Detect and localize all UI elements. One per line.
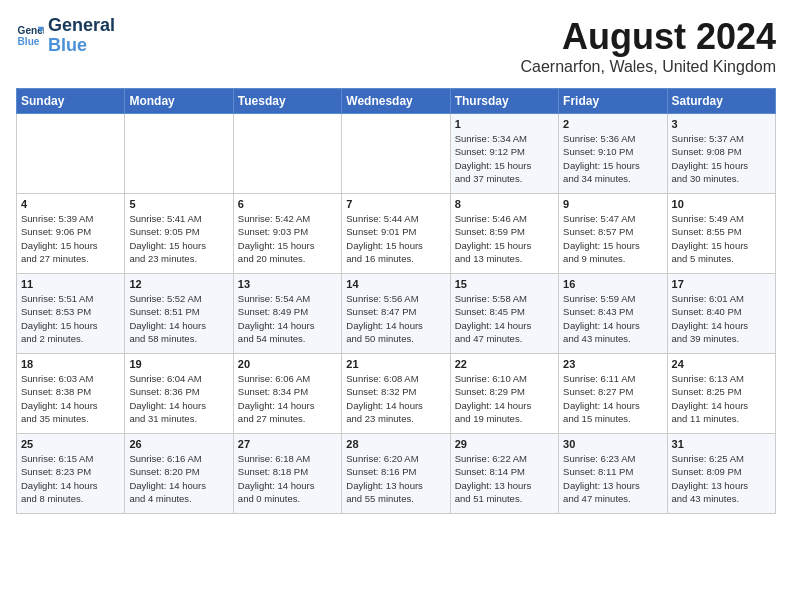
calendar-table: SundayMondayTuesdayWednesdayThursdayFrid… — [16, 88, 776, 514]
day-number: 20 — [238, 358, 337, 370]
day-info: Sunrise: 6:16 AM Sunset: 8:20 PM Dayligh… — [129, 452, 228, 505]
day-number: 15 — [455, 278, 554, 290]
day-of-week-header: Friday — [559, 89, 667, 114]
calendar-cell: 22Sunrise: 6:10 AM Sunset: 8:29 PM Dayli… — [450, 354, 558, 434]
day-info: Sunrise: 5:36 AM Sunset: 9:10 PM Dayligh… — [563, 132, 662, 185]
day-info: Sunrise: 6:06 AM Sunset: 8:34 PM Dayligh… — [238, 372, 337, 425]
calendar-cell: 21Sunrise: 6:08 AM Sunset: 8:32 PM Dayli… — [342, 354, 450, 434]
calendar-cell: 15Sunrise: 5:58 AM Sunset: 8:45 PM Dayli… — [450, 274, 558, 354]
day-info: Sunrise: 5:46 AM Sunset: 8:59 PM Dayligh… — [455, 212, 554, 265]
day-info: Sunrise: 5:49 AM Sunset: 8:55 PM Dayligh… — [672, 212, 771, 265]
calendar-week-row: 4Sunrise: 5:39 AM Sunset: 9:06 PM Daylig… — [17, 194, 776, 274]
page-header: General Blue General Blue August 2024 Ca… — [16, 16, 776, 76]
day-info: Sunrise: 5:44 AM Sunset: 9:01 PM Dayligh… — [346, 212, 445, 265]
main-title: August 2024 — [520, 16, 776, 58]
day-info: Sunrise: 6:18 AM Sunset: 8:18 PM Dayligh… — [238, 452, 337, 505]
day-number: 18 — [21, 358, 120, 370]
day-number: 11 — [21, 278, 120, 290]
day-number: 31 — [672, 438, 771, 450]
day-number: 7 — [346, 198, 445, 210]
day-info: Sunrise: 5:56 AM Sunset: 8:47 PM Dayligh… — [346, 292, 445, 345]
day-info: Sunrise: 6:01 AM Sunset: 8:40 PM Dayligh… — [672, 292, 771, 345]
logo-text-general: General — [48, 16, 115, 36]
calendar-cell: 29Sunrise: 6:22 AM Sunset: 8:14 PM Dayli… — [450, 434, 558, 514]
day-number: 25 — [21, 438, 120, 450]
day-info: Sunrise: 6:13 AM Sunset: 8:25 PM Dayligh… — [672, 372, 771, 425]
day-number: 27 — [238, 438, 337, 450]
day-of-week-header: Monday — [125, 89, 233, 114]
day-info: Sunrise: 5:41 AM Sunset: 9:05 PM Dayligh… — [129, 212, 228, 265]
day-number: 21 — [346, 358, 445, 370]
day-info: Sunrise: 6:23 AM Sunset: 8:11 PM Dayligh… — [563, 452, 662, 505]
day-number: 19 — [129, 358, 228, 370]
calendar-header: SundayMondayTuesdayWednesdayThursdayFrid… — [17, 89, 776, 114]
calendar-cell: 16Sunrise: 5:59 AM Sunset: 8:43 PM Dayli… — [559, 274, 667, 354]
calendar-cell: 28Sunrise: 6:20 AM Sunset: 8:16 PM Dayli… — [342, 434, 450, 514]
day-info: Sunrise: 5:52 AM Sunset: 8:51 PM Dayligh… — [129, 292, 228, 345]
day-number: 4 — [21, 198, 120, 210]
calendar-cell: 3Sunrise: 5:37 AM Sunset: 9:08 PM Daylig… — [667, 114, 775, 194]
day-info: Sunrise: 6:20 AM Sunset: 8:16 PM Dayligh… — [346, 452, 445, 505]
day-number: 9 — [563, 198, 662, 210]
day-info: Sunrise: 5:51 AM Sunset: 8:53 PM Dayligh… — [21, 292, 120, 345]
day-info: Sunrise: 5:58 AM Sunset: 8:45 PM Dayligh… — [455, 292, 554, 345]
day-of-week-header: Wednesday — [342, 89, 450, 114]
day-number: 2 — [563, 118, 662, 130]
day-info: Sunrise: 5:34 AM Sunset: 9:12 PM Dayligh… — [455, 132, 554, 185]
header-row: SundayMondayTuesdayWednesdayThursdayFrid… — [17, 89, 776, 114]
day-number: 14 — [346, 278, 445, 290]
day-number: 3 — [672, 118, 771, 130]
day-number: 28 — [346, 438, 445, 450]
calendar-cell: 19Sunrise: 6:04 AM Sunset: 8:36 PM Dayli… — [125, 354, 233, 434]
calendar-cell: 13Sunrise: 5:54 AM Sunset: 8:49 PM Dayli… — [233, 274, 341, 354]
logo: General Blue General Blue — [16, 16, 115, 56]
calendar-cell: 24Sunrise: 6:13 AM Sunset: 8:25 PM Dayli… — [667, 354, 775, 434]
day-number: 23 — [563, 358, 662, 370]
day-number: 17 — [672, 278, 771, 290]
day-info: Sunrise: 5:59 AM Sunset: 8:43 PM Dayligh… — [563, 292, 662, 345]
calendar-cell: 10Sunrise: 5:49 AM Sunset: 8:55 PM Dayli… — [667, 194, 775, 274]
day-number: 1 — [455, 118, 554, 130]
day-of-week-header: Saturday — [667, 89, 775, 114]
calendar-cell — [233, 114, 341, 194]
calendar-cell: 23Sunrise: 6:11 AM Sunset: 8:27 PM Dayli… — [559, 354, 667, 434]
calendar-cell — [125, 114, 233, 194]
day-number: 5 — [129, 198, 228, 210]
calendar-cell: 9Sunrise: 5:47 AM Sunset: 8:57 PM Daylig… — [559, 194, 667, 274]
day-number: 10 — [672, 198, 771, 210]
day-info: Sunrise: 5:54 AM Sunset: 8:49 PM Dayligh… — [238, 292, 337, 345]
calendar-cell: 6Sunrise: 5:42 AM Sunset: 9:03 PM Daylig… — [233, 194, 341, 274]
day-info: Sunrise: 5:47 AM Sunset: 8:57 PM Dayligh… — [563, 212, 662, 265]
calendar-cell: 25Sunrise: 6:15 AM Sunset: 8:23 PM Dayli… — [17, 434, 125, 514]
calendar-cell: 5Sunrise: 5:41 AM Sunset: 9:05 PM Daylig… — [125, 194, 233, 274]
title-block: August 2024 Caernarfon, Wales, United Ki… — [520, 16, 776, 76]
calendar-cell: 14Sunrise: 5:56 AM Sunset: 8:47 PM Dayli… — [342, 274, 450, 354]
day-info: Sunrise: 5:42 AM Sunset: 9:03 PM Dayligh… — [238, 212, 337, 265]
day-of-week-header: Sunday — [17, 89, 125, 114]
day-of-week-header: Tuesday — [233, 89, 341, 114]
svg-text:Blue: Blue — [18, 35, 40, 46]
calendar-cell: 8Sunrise: 5:46 AM Sunset: 8:59 PM Daylig… — [450, 194, 558, 274]
calendar-week-row: 18Sunrise: 6:03 AM Sunset: 8:38 PM Dayli… — [17, 354, 776, 434]
calendar-cell: 12Sunrise: 5:52 AM Sunset: 8:51 PM Dayli… — [125, 274, 233, 354]
calendar-cell: 1Sunrise: 5:34 AM Sunset: 9:12 PM Daylig… — [450, 114, 558, 194]
calendar-cell: 20Sunrise: 6:06 AM Sunset: 8:34 PM Dayli… — [233, 354, 341, 434]
calendar-cell: 11Sunrise: 5:51 AM Sunset: 8:53 PM Dayli… — [17, 274, 125, 354]
day-number: 22 — [455, 358, 554, 370]
calendar-cell: 31Sunrise: 6:25 AM Sunset: 8:09 PM Dayli… — [667, 434, 775, 514]
calendar-cell: 7Sunrise: 5:44 AM Sunset: 9:01 PM Daylig… — [342, 194, 450, 274]
day-info: Sunrise: 6:25 AM Sunset: 8:09 PM Dayligh… — [672, 452, 771, 505]
calendar-cell: 18Sunrise: 6:03 AM Sunset: 8:38 PM Dayli… — [17, 354, 125, 434]
calendar-cell: 2Sunrise: 5:36 AM Sunset: 9:10 PM Daylig… — [559, 114, 667, 194]
day-info: Sunrise: 5:37 AM Sunset: 9:08 PM Dayligh… — [672, 132, 771, 185]
calendar-cell: 26Sunrise: 6:16 AM Sunset: 8:20 PM Dayli… — [125, 434, 233, 514]
day-number: 8 — [455, 198, 554, 210]
day-number: 24 — [672, 358, 771, 370]
calendar-week-row: 25Sunrise: 6:15 AM Sunset: 8:23 PM Dayli… — [17, 434, 776, 514]
calendar-cell — [17, 114, 125, 194]
calendar-week-row: 11Sunrise: 5:51 AM Sunset: 8:53 PM Dayli… — [17, 274, 776, 354]
day-number: 6 — [238, 198, 337, 210]
day-info: Sunrise: 6:03 AM Sunset: 8:38 PM Dayligh… — [21, 372, 120, 425]
sub-title: Caernarfon, Wales, United Kingdom — [520, 58, 776, 76]
day-number: 16 — [563, 278, 662, 290]
